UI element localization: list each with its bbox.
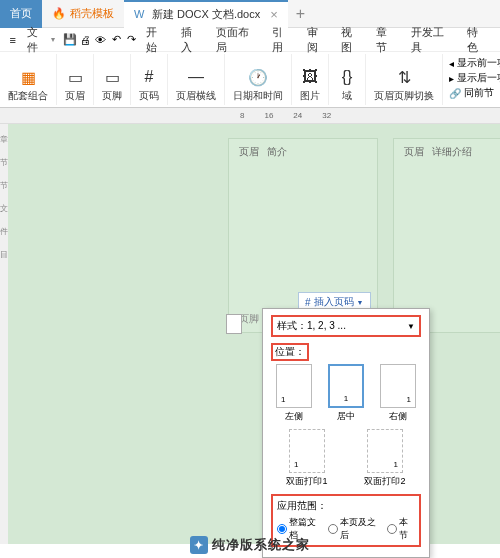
ruler-mark: 16 [264,111,273,120]
ruler-mark: 32 [322,111,331,120]
scope-after-label: 本页及之后 [340,516,381,542]
save-icon[interactable]: 💾 [63,33,77,47]
show-next[interactable]: ▸显示后一项 [449,71,500,85]
pos-center[interactable]: 居中 [328,364,364,423]
pos-right-label: 右侧 [389,410,407,423]
pos-right[interactable]: 右侧 [380,364,416,423]
pos-dup2[interactable]: 双面打印2 [364,429,405,488]
menu-layout[interactable]: 页面布局 [210,23,264,57]
undo-icon[interactable]: ↶ [109,33,122,47]
menu-review[interactable]: 审阅 [301,23,334,57]
scope-label: 应用范围： [277,499,415,513]
side-mark: 节 [0,180,8,191]
pos-dup1-box [289,429,325,473]
pos-left[interactable]: 左侧 [276,364,312,423]
chevron-down-icon: ▼ [357,299,364,306]
pagenum-popup: 样式：1, 2, 3 ... ▼ 位置： 左侧 居中 右侧 双面打印1 双面打印… [262,308,430,558]
ribbon-pagenum[interactable]: # 页码 [131,54,168,105]
side-mark: 文 [0,203,8,214]
hash-icon: # [305,297,311,308]
side-mark: 目 [0,249,8,260]
footer-icon: ▭ [102,67,122,87]
word-icon: W [134,8,148,22]
side-mark: 节 [0,157,8,168]
ribbon-peitao[interactable]: ▦ 配套组合 [0,54,57,105]
ribbon-switch-label: 页眉页脚切换 [374,89,434,103]
switch-icon: ⇅ [394,67,414,87]
style-value: 1, 2, 3 ... [307,320,346,331]
menu-insert[interactable]: 插入 [175,23,208,57]
pos-center-box [328,364,364,408]
next-icon: ▸ [449,73,454,84]
ribbon-header[interactable]: ▭ 页眉 [57,54,94,105]
ribbon-switch[interactable]: ⇅ 页眉页脚切换 [366,54,443,105]
menu-chapter[interactable]: 章节 [370,23,403,57]
pos-dup2-box [367,429,403,473]
chevron-down-icon: ▼ [407,322,415,331]
line-icon: — [186,67,206,87]
scope-section[interactable]: 本节 [387,516,415,542]
ribbon-headerline-label: 页眉横线 [176,89,216,103]
menu-icon[interactable]: ≡ [6,33,19,47]
flame-icon: 🔥 [52,7,66,21]
close-icon[interactable]: × [270,7,278,22]
ribbon-field-label: 域 [342,89,352,103]
pos-right-box [380,364,416,408]
logo-icon: ✦ [190,536,208,554]
position-grid: 左侧 居中 右侧 [271,364,421,423]
scope-after[interactable]: 本页及之后 [328,516,381,542]
header-content: 详细介绍 [432,145,472,159]
field-icon: {} [337,67,357,87]
menu-ref[interactable]: 引用 [266,23,299,57]
same-prev[interactable]: 🔗同前节 [449,86,500,100]
pos-dup1-label: 双面打印1 [286,475,327,488]
image-icon: 🖼 [300,67,320,87]
side-mark: 章 [0,134,8,145]
same-prev-label: 同前节 [464,86,494,100]
ribbon-datetime[interactable]: 🕐 日期和时间 [225,54,292,105]
ribbon-field[interactable]: {} 域 [329,54,366,105]
header-label: 页眉 [239,145,259,159]
ribbon-footer-label: 页脚 [102,89,122,103]
show-prev-label: 显示前一项 [457,56,500,70]
file-menu[interactable]: 文件 ▾ [21,23,61,57]
pagenum-icon: # [139,67,159,87]
position-grid-2: 双面打印1 双面打印2 [271,429,421,488]
ribbon-headerline[interactable]: — 页眉横线 [168,54,225,105]
add-tab-button[interactable]: + [288,5,313,23]
footer-label: 页脚 [239,312,259,326]
menu-dev[interactable]: 开发工具 [405,23,459,57]
scope-after-radio[interactable] [328,524,338,534]
style-label: 样式： [277,320,307,331]
menu-special[interactable]: 特色 [461,23,494,57]
menu-view[interactable]: 视图 [335,23,368,57]
redo-icon[interactable]: ↷ [125,33,138,47]
print-icon[interactable]: 🖨 [79,33,92,47]
menu-start[interactable]: 开始 [140,23,173,57]
menu-bar: ≡ 文件 ▾ 💾 🖨 👁 ↶ ↷ 开始 插入 页面布局 引用 审阅 视图 章节 … [0,28,500,52]
ribbon-footer[interactable]: ▭ 页脚 [94,54,131,105]
file-label: 文件 [27,25,48,55]
ribbon-peitao-label: 配套组合 [8,89,48,103]
link-icon: 🔗 [449,88,461,99]
header-content: 简介 [267,145,287,159]
preview-icon[interactable]: 👁 [94,33,107,47]
header-icon: ▭ [65,67,85,87]
scope-section-radio[interactable] [387,524,397,534]
show-prev[interactable]: ◂显示前一项 [449,56,500,70]
watermark-text: 纯净版系统之家 [212,536,310,554]
pos-dup1[interactable]: 双面打印1 [286,429,327,488]
page-2[interactable]: 页眉 详细介绍 页脚 [393,138,500,333]
ribbon: ▦ 配套组合 ▭ 页眉 ▭ 页脚 # 页码 — 页眉横线 🕐 日期和时间 🖼 图… [0,52,500,108]
ruler-mark: 24 [293,111,302,120]
ribbon-image[interactable]: 🖼 图片 [292,54,329,105]
template-icon: ▦ [18,67,38,87]
scope-whole-radio[interactable] [277,524,287,534]
pos-left-box [276,364,312,408]
pos-dup2-label: 双面打印2 [364,475,405,488]
style-selector[interactable]: 样式：1, 2, 3 ... ▼ [271,315,421,337]
prev-icon: ◂ [449,58,454,69]
tab-template-label: 稻壳模板 [70,6,114,21]
pos-center-label: 居中 [337,410,355,423]
watermark: ✦ 纯净版系统之家 [190,536,310,554]
